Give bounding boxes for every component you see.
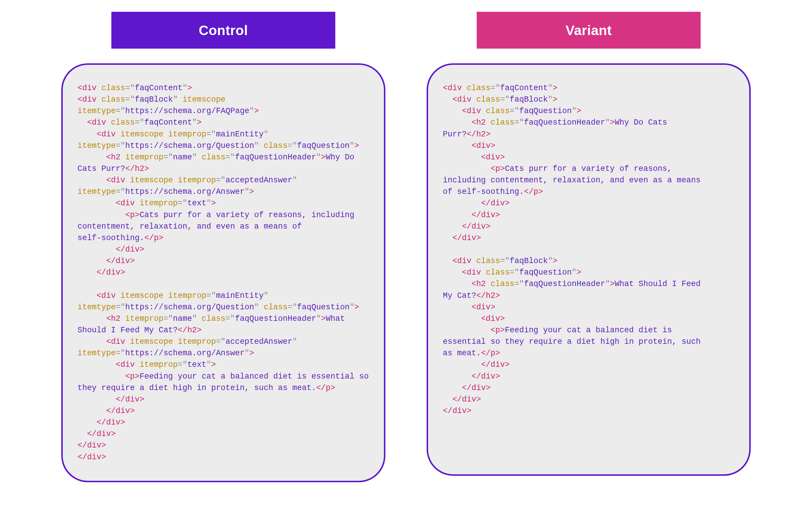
control-header-badge: Control <box>111 12 335 49</box>
control-label: Control <box>199 22 248 38</box>
comparison-stage: Control <div class="faqContent"> <div cl… <box>0 0 812 512</box>
control-column: Control <div class="faqContent"> <div cl… <box>61 12 385 500</box>
variant-header-badge: Variant <box>477 12 701 49</box>
variant-label: Variant <box>566 22 612 38</box>
control-code: <div class="faqContent"> <div class="faq… <box>78 83 369 463</box>
control-code-card: <div class="faqContent"> <div class="faq… <box>61 63 385 482</box>
variant-code: <div class="faqContent"> <div class="faq… <box>443 83 734 417</box>
variant-code-card: <div class="faqContent"> <div class="faq… <box>427 63 751 476</box>
variant-column: Variant <div class="faqContent"> <div cl… <box>427 12 751 500</box>
